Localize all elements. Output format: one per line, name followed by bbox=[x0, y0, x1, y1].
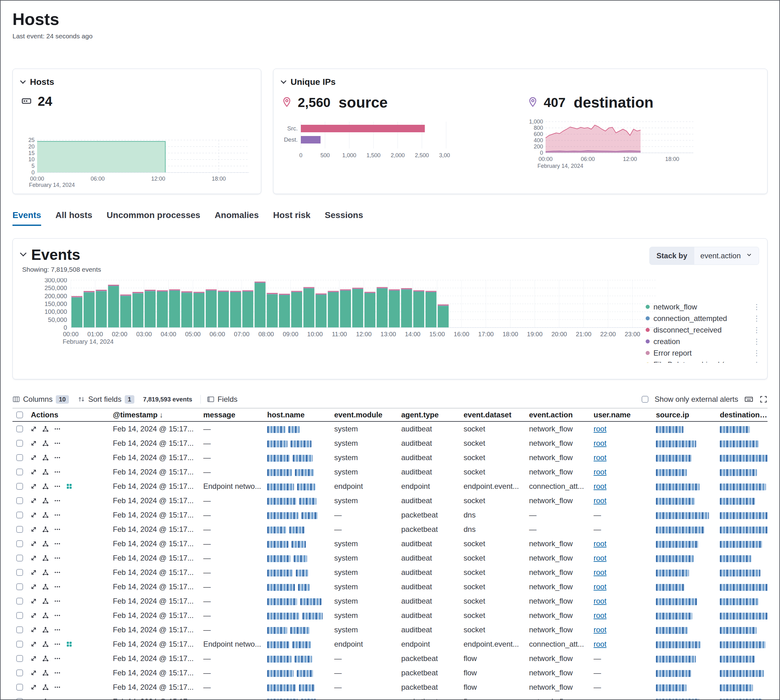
analyze-event-icon[interactable] bbox=[42, 512, 49, 518]
table-row[interactable]: Feb 14, 2024 @ 15:17...—systemauditbeats… bbox=[12, 537, 768, 551]
table-row[interactable]: Feb 14, 2024 @ 15:17...——packetbeatflown… bbox=[12, 680, 768, 694]
cell-user-name[interactable]: root bbox=[589, 597, 652, 605]
analyze-event-icon[interactable] bbox=[42, 583, 49, 590]
more-actions-icon[interactable] bbox=[54, 583, 61, 590]
cell-user-name[interactable]: root bbox=[589, 640, 652, 648]
collapse-unique-ips-chevron-icon[interactable] bbox=[281, 78, 286, 83]
user-name-link[interactable]: root bbox=[594, 468, 606, 476]
expand-event-icon[interactable] bbox=[30, 483, 37, 490]
table-row[interactable]: Feb 14, 2024 @ 15:17...——packetbeatflown… bbox=[12, 694, 768, 700]
analyze-event-icon[interactable] bbox=[42, 497, 49, 504]
col-header-event-module[interactable]: event.module bbox=[330, 410, 397, 419]
legend-more-actions-icon[interactable]: ⋮ bbox=[750, 337, 760, 346]
row-checkbox[interactable] bbox=[16, 468, 23, 475]
expand-event-icon[interactable] bbox=[30, 598, 37, 605]
table-row[interactable]: Feb 14, 2024 @ 15:17...—systemauditbeats… bbox=[12, 436, 768, 450]
legend-more-actions-icon[interactable]: ⋮ bbox=[750, 314, 760, 323]
expand-event-icon[interactable] bbox=[30, 569, 37, 576]
table-row[interactable]: Feb 14, 2024 @ 15:17...Endpoint netwo...… bbox=[12, 637, 768, 651]
row-checkbox[interactable] bbox=[16, 440, 23, 447]
col-header-user-name[interactable]: user.name bbox=[589, 410, 652, 419]
legend-more-actions-icon[interactable]: ⋮ bbox=[750, 303, 760, 311]
table-row[interactable]: Feb 14, 2024 @ 15:17...—systemauditbeats… bbox=[12, 450, 768, 465]
more-actions-icon[interactable] bbox=[54, 425, 61, 432]
analyze-event-icon[interactable] bbox=[42, 526, 49, 533]
legend-more-actions-icon[interactable]: ⋮ bbox=[750, 349, 760, 357]
analyze-event-icon[interactable] bbox=[42, 468, 49, 475]
cell-user-name[interactable]: — bbox=[589, 683, 652, 692]
more-actions-icon[interactable] bbox=[54, 497, 61, 504]
legend-item-network-flow[interactable]: network_flow⋮ bbox=[645, 301, 760, 313]
cell-user-name[interactable]: — bbox=[589, 525, 652, 534]
analyze-event-icon[interactable] bbox=[42, 598, 49, 605]
legend-more-actions-icon[interactable]: ⋮ bbox=[750, 360, 760, 363]
col-header--timestamp[interactable]: @timestamp↓ bbox=[108, 410, 199, 419]
row-checkbox[interactable] bbox=[16, 684, 23, 691]
table-row[interactable]: Feb 14, 2024 @ 15:17...——packetbeatdns—— bbox=[12, 522, 768, 537]
col-header-host-name[interactable]: host.name bbox=[263, 410, 330, 419]
row-checkbox[interactable] bbox=[16, 612, 23, 619]
fullscreen-icon[interactable] bbox=[759, 395, 768, 403]
more-actions-icon[interactable] bbox=[54, 684, 61, 691]
legend-item-creation[interactable]: creation⋮ bbox=[645, 336, 760, 347]
keyboard-shortcuts-icon[interactable] bbox=[745, 395, 753, 404]
row-checkbox[interactable] bbox=[16, 641, 23, 648]
analyze-event-icon[interactable] bbox=[42, 540, 49, 547]
table-row[interactable]: Feb 14, 2024 @ 15:17...——packetbeatflown… bbox=[12, 666, 768, 680]
analyze-event-icon[interactable] bbox=[42, 684, 49, 691]
expand-event-icon[interactable] bbox=[30, 641, 37, 648]
user-name-link[interactable]: root bbox=[594, 582, 606, 591]
row-checkbox[interactable] bbox=[16, 425, 23, 432]
col-header-destination-ip[interactable]: destination.ip bbox=[715, 410, 768, 419]
col-header-actions[interactable]: Actions bbox=[27, 410, 108, 419]
cell-user-name[interactable]: root bbox=[589, 453, 652, 462]
legend-item-disconnect-received[interactable]: disconnect_received⋮ bbox=[645, 324, 760, 336]
analyze-event-icon[interactable] bbox=[42, 569, 49, 576]
table-row[interactable]: Feb 14, 2024 @ 15:17...—systemauditbeats… bbox=[12, 551, 768, 565]
analyze-event-icon[interactable] bbox=[42, 627, 49, 633]
cell-user-name[interactable]: — bbox=[589, 511, 652, 519]
tab-sessions[interactable]: Sessions bbox=[325, 210, 363, 226]
expand-event-icon[interactable] bbox=[30, 698, 37, 700]
cell-user-name[interactable]: root bbox=[589, 439, 652, 448]
expand-event-icon[interactable] bbox=[30, 655, 37, 662]
row-checkbox[interactable] bbox=[16, 483, 23, 490]
legend-item-file-delete-archived-[interactable]: File Delete archived (⋮ bbox=[645, 359, 760, 363]
tab-host-risk[interactable]: Host risk bbox=[273, 210, 311, 226]
user-name-link[interactable]: root bbox=[594, 640, 606, 648]
cell-user-name[interactable]: root bbox=[589, 425, 652, 433]
expand-event-icon[interactable] bbox=[30, 540, 37, 547]
table-row[interactable]: Feb 14, 2024 @ 15:17...—systemauditbeats… bbox=[12, 565, 768, 580]
row-checkbox[interactable] bbox=[16, 526, 23, 533]
process-analyzer-icon[interactable] bbox=[66, 483, 73, 490]
col-header-source-ip[interactable]: source.ip bbox=[652, 410, 715, 419]
expand-event-icon[interactable] bbox=[30, 670, 37, 676]
user-name-link[interactable]: root bbox=[594, 439, 606, 447]
row-checkbox[interactable] bbox=[16, 670, 23, 676]
table-row[interactable]: Feb 14, 2024 @ 15:17...—systemauditbeats… bbox=[12, 493, 768, 508]
more-actions-icon[interactable] bbox=[54, 612, 61, 619]
row-checkbox[interactable] bbox=[16, 540, 23, 547]
analyze-event-icon[interactable] bbox=[42, 425, 49, 432]
cell-user-name[interactable]: root bbox=[589, 554, 652, 562]
row-checkbox[interactable] bbox=[16, 454, 23, 461]
tab-uncommon-processes[interactable]: Uncommon processes bbox=[106, 210, 200, 226]
table-row[interactable]: Feb 14, 2024 @ 15:17...—systemauditbeats… bbox=[12, 465, 768, 479]
row-checkbox[interactable] bbox=[16, 497, 23, 504]
legend-item-error-report[interactable]: Error report⋮ bbox=[645, 347, 760, 359]
expand-event-icon[interactable] bbox=[30, 468, 37, 475]
cell-user-name[interactable]: — bbox=[589, 697, 652, 700]
expand-event-icon[interactable] bbox=[30, 612, 37, 619]
table-row[interactable]: Feb 14, 2024 @ 15:17...——packetbeatdns—— bbox=[12, 508, 768, 522]
cell-user-name[interactable]: — bbox=[589, 654, 652, 663]
user-name-link[interactable]: root bbox=[594, 453, 606, 462]
col-header-event-dataset[interactable]: event.dataset bbox=[459, 410, 525, 419]
cell-user-name[interactable]: root bbox=[589, 496, 652, 505]
analyze-event-icon[interactable] bbox=[42, 612, 49, 619]
user-name-link[interactable]: root bbox=[594, 625, 606, 634]
table-row[interactable]: Feb 14, 2024 @ 15:17...—systemauditbeats… bbox=[12, 580, 768, 594]
collapse-events-chevron-icon[interactable] bbox=[20, 250, 27, 257]
row-checkbox[interactable] bbox=[16, 512, 23, 518]
table-row[interactable]: Feb 14, 2024 @ 15:17...——packetbeatflown… bbox=[12, 651, 768, 666]
fields-button[interactable]: Fields bbox=[207, 395, 238, 404]
